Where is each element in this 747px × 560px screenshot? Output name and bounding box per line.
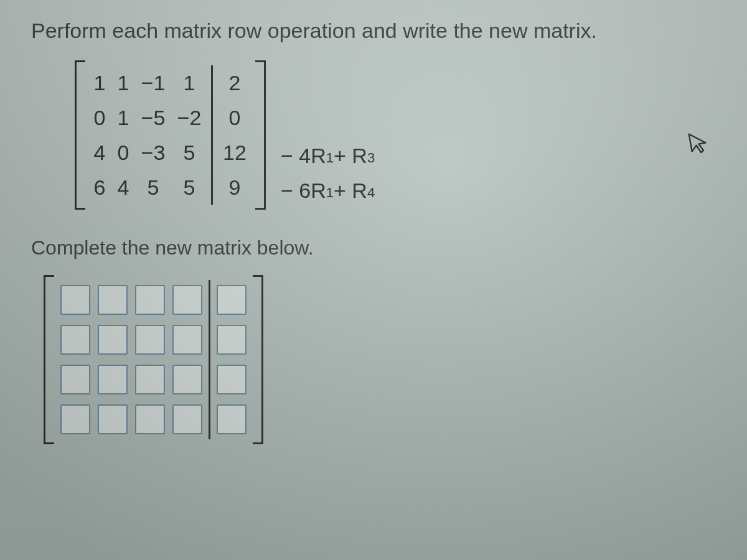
ans-right-bracket [253, 275, 263, 444]
ans-r1-c4-input[interactable] [172, 285, 202, 315]
matrix-row-3: 4 0 −3 5 12 [88, 135, 253, 170]
ans-aug-bar [209, 399, 210, 439]
answer-prompt: Complete the new matrix below. [31, 236, 716, 259]
row-op-2: − 6R1 + R4 [281, 173, 375, 208]
ans-row-3 [57, 360, 250, 399]
matrix-row-1: 1 1 −1 1 2 [88, 65, 253, 100]
m-r1-c1: 1 [88, 71, 111, 95]
ans-aug-bar [209, 320, 210, 360]
ans-r4-c2-input[interactable] [98, 404, 128, 434]
op1-sub1: 1 [326, 150, 334, 166]
m-r2-c4: −2 [171, 106, 207, 130]
ans-aug-bar [209, 280, 210, 320]
aug-bar [211, 100, 213, 135]
m-r4-c3: 5 [135, 175, 171, 200]
m-r4-c1: 6 [88, 175, 111, 200]
ans-r1-aug-input[interactable] [217, 285, 247, 315]
m-r1-aug: 2 [217, 71, 253, 95]
op2-prefix: − 6R [281, 179, 326, 203]
matrix-row-4: 6 4 5 5 9 [88, 170, 253, 205]
ans-r4-c4-input[interactable] [172, 404, 202, 434]
ans-row-4 [57, 399, 250, 439]
ans-r2-c1-input[interactable] [60, 325, 90, 355]
op1-sub2: 3 [367, 150, 375, 166]
ans-r3-c4-input[interactable] [172, 365, 202, 394]
left-bracket [75, 60, 85, 210]
m-r2-aug: 0 [217, 106, 253, 130]
m-r3-c2: 0 [111, 141, 135, 165]
op2-mid: + R [334, 179, 367, 203]
answer-matrix-block [44, 275, 716, 447]
ans-r2-c3-input[interactable] [135, 325, 165, 355]
m-r4-aug: 9 [217, 175, 253, 200]
ans-r3-c3-input[interactable] [135, 365, 165, 394]
ans-r4-aug-input[interactable] [217, 404, 247, 434]
m-r3-aug: 12 [217, 141, 253, 165]
aug-bar [211, 135, 213, 170]
m-r1-c2: 1 [111, 71, 135, 95]
aug-bar [211, 170, 213, 205]
m-r3-c4: 5 [171, 141, 207, 165]
ans-r4-c1-input[interactable] [60, 404, 90, 434]
m-r2-c2: 1 [111, 106, 135, 130]
answer-matrix [44, 275, 263, 444]
op2-sub1: 1 [326, 185, 334, 201]
ans-r2-c4-input[interactable] [172, 325, 202, 355]
m-r4-c2: 4 [111, 175, 135, 200]
m-r1-c4: 1 [171, 71, 207, 95]
ans-row-2 [57, 320, 250, 360]
ans-r2-c2-input[interactable] [98, 325, 128, 355]
matrix-row-2: 0 1 −5 −2 0 [88, 100, 253, 135]
op1-mid: + R [334, 144, 367, 168]
op1-prefix: − 4R [281, 144, 326, 168]
aug-bar [211, 65, 213, 100]
m-r3-c3: −3 [135, 141, 171, 165]
ans-r1-c2-input[interactable] [98, 285, 128, 315]
row-op-1: − 4R1 + R3 [281, 138, 375, 173]
m-r2-c1: 0 [88, 106, 111, 130]
row-operations: − 4R1 + R3 − 6R1 + R4 [281, 58, 375, 212]
ans-aug-bar [209, 360, 210, 399]
ans-r1-c1-input[interactable] [60, 285, 90, 315]
ans-r2-aug-input[interactable] [217, 325, 247, 355]
ans-r3-c1-input[interactable] [60, 365, 90, 394]
m-r2-c3: −5 [135, 106, 171, 130]
right-bracket [255, 60, 266, 210]
op2-sub2: 4 [367, 185, 375, 201]
given-matrix-block: 1 1 −1 1 2 0 1 −5 −2 0 4 0 [75, 58, 716, 212]
m-r3-c1: 4 [88, 141, 111, 165]
m-r1-c3: −1 [135, 71, 171, 95]
m-r4-c4: 5 [171, 175, 207, 200]
ans-r1-c3-input[interactable] [135, 285, 165, 315]
ans-left-bracket [44, 275, 54, 444]
ans-row-1 [57, 280, 250, 320]
ans-r4-c3-input[interactable] [135, 404, 165, 434]
ans-r3-aug-input[interactable] [217, 365, 247, 394]
given-matrix: 1 1 −1 1 2 0 1 −5 −2 0 4 0 [75, 60, 266, 210]
ans-r3-c2-input[interactable] [98, 365, 128, 394]
instruction-text: Perform each matrix row operation and wr… [31, 19, 716, 43]
